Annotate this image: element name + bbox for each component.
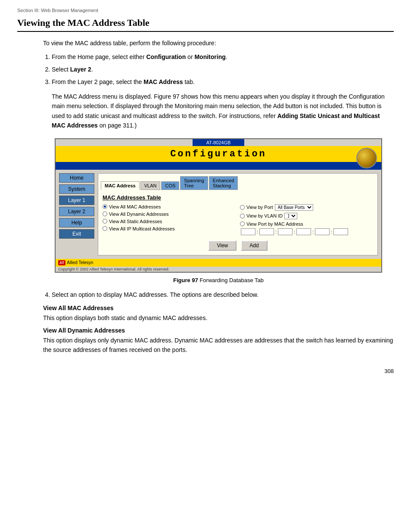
view-button[interactable]: View xyxy=(208,240,237,251)
figure-header-title: Configuration xyxy=(170,149,267,159)
radio-view-static-circle xyxy=(103,219,107,224)
mac-octet-3[interactable] xyxy=(278,228,293,235)
allied-logo: AT Allied Telesyn xyxy=(58,260,93,265)
sidebar-help[interactable]: Help xyxy=(59,218,94,227)
radio-view-dynamic-circle xyxy=(103,212,107,216)
page-number: 308 xyxy=(17,368,394,374)
tab-enhanced-stacking[interactable]: EnhancedStacking xyxy=(209,176,238,190)
mac-octet-1[interactable] xyxy=(241,228,255,235)
radio-view-multicast-label: View All IP Multicast Addresses xyxy=(109,226,174,231)
radio-view-multicast-circle xyxy=(103,226,107,231)
step-2: Select Layer 2. xyxy=(52,65,394,74)
step2-bold: Layer 2 xyxy=(70,66,91,73)
mac-address-input-row: : : : : : xyxy=(241,228,373,235)
figure-footer: AT Allied Telesyn xyxy=(56,259,381,267)
subsection-title-1: View All MAC Addresses xyxy=(43,305,394,311)
port-select[interactable]: All Base Ports xyxy=(275,204,313,211)
sidebar-layer1[interactable]: Layer 1 xyxy=(59,196,94,205)
tab-vlan[interactable]: VLAN xyxy=(140,181,161,190)
radio-view-by-port[interactable]: View by Port All Base Ports xyxy=(240,204,373,211)
step1-bold1: Configuration xyxy=(146,53,186,60)
figure-titlebar: AT-8024GB xyxy=(193,139,244,146)
figure-header: Configuration xyxy=(56,146,381,162)
subsection-body-2: This option displays only dynamic MAC ad… xyxy=(43,336,394,355)
figure-caption-bold: Figure 97 xyxy=(173,277,198,283)
radio-view-by-vlan[interactable]: View by VLAN ID 1 xyxy=(240,213,373,219)
mac-table-title: MAC Addresses Table xyxy=(103,194,373,201)
radio-view-static-label: View All Static Addresses xyxy=(109,219,162,224)
figure-copyright: Copyright © 2002 Allied Telesyn Internat… xyxy=(56,267,381,272)
tab-mac-address[interactable]: MAC Address xyxy=(101,181,140,190)
figure-main: MAC Address VLAN COS SpanningTree Enhanc… xyxy=(98,173,378,255)
figure-nav-bar xyxy=(56,162,381,170)
step-3: From the Layer 2 page, select the MAC Ad… xyxy=(52,78,394,87)
subsection-body-1: This option displays both static and dyn… xyxy=(43,313,394,323)
page-title: Viewing the MAC Address Table xyxy=(17,17,394,32)
tab-cos[interactable]: COS xyxy=(161,181,179,190)
description-bold: Adding Static Unicast and Multicast MAC … xyxy=(52,112,380,129)
radio-view-port-by-mac-label: View Port by MAC Address xyxy=(246,221,303,227)
radio-view-all-mac-label: View All MAC Addresses xyxy=(109,204,161,209)
figure-sidebar: Home System Layer 1 Layer 2 Help Exit xyxy=(59,173,98,255)
sidebar-layer2[interactable]: Layer 2 xyxy=(59,207,94,216)
radio-view-port-by-mac[interactable]: View Port by MAC Address xyxy=(240,221,373,227)
radio-view-by-vlan-label: View by VLAN ID xyxy=(246,213,283,218)
radio-view-port-by-mac-circle xyxy=(240,221,245,226)
intro-text: To view the MAC address table, perform t… xyxy=(43,40,394,47)
tab-row: MAC Address VLAN COS SpanningTree Enhanc… xyxy=(101,176,375,190)
mac-octet-6[interactable] xyxy=(333,228,348,235)
button-row: View Add xyxy=(103,240,373,251)
add-button[interactable]: Add xyxy=(241,240,267,251)
globe-icon xyxy=(356,148,377,168)
radio-view-dynamic[interactable]: View All Dynamic Addresses xyxy=(103,212,236,217)
mac-octet-5[interactable] xyxy=(315,228,330,235)
radio-view-static[interactable]: View All Static Addresses xyxy=(103,219,236,224)
mac-octet-2[interactable] xyxy=(259,228,274,235)
step3-bold: MAC Address xyxy=(143,78,183,85)
section-label: Section III: Web Browser Management xyxy=(17,8,394,13)
logo-icon: AT xyxy=(58,260,65,265)
tab-spanning-tree[interactable]: SpanningTree xyxy=(180,176,208,190)
sidebar-exit[interactable]: Exit xyxy=(59,229,94,239)
figure-caption: Figure 97 Forwarding Database Tab xyxy=(43,277,394,283)
radio-view-all-mac-circle xyxy=(103,204,107,209)
radio-view-dynamic-label: View All Dynamic Addresses xyxy=(109,212,169,217)
radio-options-grid: View All MAC Addresses View All Dynamic … xyxy=(103,204,373,235)
sidebar-system[interactable]: System xyxy=(59,184,94,194)
footer-logo-text: Allied Telesyn xyxy=(67,260,93,265)
figure-body: Home System Layer 1 Layer 2 Help Exit MA… xyxy=(56,170,381,259)
subsection-title-2: View All Dynamic Addresses xyxy=(43,327,394,334)
figure-box: AT-8024GB Configuration Home System Laye… xyxy=(55,138,382,273)
radio-view-by-vlan-circle xyxy=(240,214,245,218)
step-1: From the Home page, select either Config… xyxy=(52,53,394,62)
figure-caption-text: Forwarding Database Tab xyxy=(199,277,264,283)
step-4: Select an option to display MAC addresse… xyxy=(52,290,394,299)
mac-octet-4[interactable] xyxy=(296,228,311,235)
step1-bold2: Monitoring xyxy=(194,53,225,60)
mac-table-section: MAC Addresses Table View All MAC Address… xyxy=(101,193,375,252)
radio-view-all-mac[interactable]: View All MAC Addresses xyxy=(103,204,236,209)
radio-view-multicast[interactable]: View All IP Multicast Addresses xyxy=(103,226,236,231)
description-block: The MAC Address menu is displayed. Figur… xyxy=(52,92,394,131)
sidebar-home[interactable]: Home xyxy=(59,173,94,183)
vlan-select[interactable]: 1 xyxy=(284,213,297,219)
radio-view-by-port-label: View by Port xyxy=(246,205,273,210)
radio-view-by-port-circle xyxy=(240,205,245,210)
